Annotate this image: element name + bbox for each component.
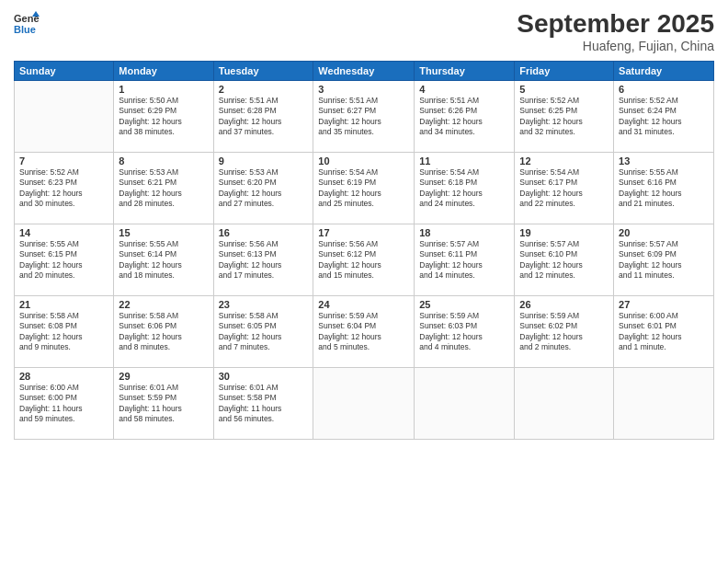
table-row [614,368,714,440]
day-number: 6 [619,84,709,95]
day-number: 20 [619,227,709,238]
header-tuesday: Tuesday [213,62,313,81]
day-number: 25 [419,299,509,310]
table-row: 19Sunrise: 5:57 AM Sunset: 6:10 PM Dayli… [515,224,614,296]
day-info: Sunrise: 5:54 AM Sunset: 6:19 PM Dayligh… [318,167,409,210]
day-number: 5 [519,84,609,95]
table-row: 26Sunrise: 5:59 AM Sunset: 6:02 PM Dayli… [515,296,614,368]
month-title: September 2025 [517,9,714,39]
weekday-header-row: Sunday Monday Tuesday Wednesday Thursday… [15,62,714,81]
table-row: 18Sunrise: 5:57 AM Sunset: 6:11 PM Dayli… [415,224,515,296]
location: Huafeng, Fujian, China [517,39,714,53]
logo: General Blue [14,9,40,35]
svg-text:Blue: Blue [14,24,36,35]
day-info: Sunrise: 5:59 AM Sunset: 6:04 PM Dayligh… [318,311,409,353]
header-thursday: Thursday [415,62,515,81]
table-row: 10Sunrise: 5:54 AM Sunset: 6:19 PM Dayli… [313,153,415,224]
table-row: 14Sunrise: 5:55 AM Sunset: 6:15 PM Dayli… [15,224,114,296]
day-number: 24 [318,299,409,310]
table-row [313,368,415,440]
day-info: Sunrise: 5:52 AM Sunset: 6:25 PM Dayligh… [519,96,609,138]
calendar-table: Sunday Monday Tuesday Wednesday Thursday… [14,61,714,440]
table-row: 24Sunrise: 5:59 AM Sunset: 6:04 PM Dayli… [313,296,415,368]
day-number: 19 [519,227,609,238]
table-row: 29Sunrise: 6:01 AM Sunset: 5:59 PM Dayli… [114,368,213,440]
day-info: Sunrise: 5:54 AM Sunset: 6:18 PM Dayligh… [419,167,509,210]
day-info: Sunrise: 5:57 AM Sunset: 6:09 PM Dayligh… [619,239,709,282]
calendar-week-row: 14Sunrise: 5:55 AM Sunset: 6:15 PM Dayli… [15,224,714,296]
calendar-week-row: 21Sunrise: 5:58 AM Sunset: 6:08 PM Dayli… [15,296,714,368]
day-number: 18 [419,227,509,238]
day-info: Sunrise: 5:53 AM Sunset: 6:20 PM Dayligh… [219,167,309,210]
day-info: Sunrise: 5:56 AM Sunset: 6:12 PM Dayligh… [318,239,409,282]
table-row: 8Sunrise: 5:53 AM Sunset: 6:21 PM Daylig… [114,153,213,224]
header-sunday: Sunday [15,62,114,81]
table-row: 2Sunrise: 5:51 AM Sunset: 6:28 PM Daylig… [213,81,313,153]
day-number: 9 [219,155,309,167]
day-number: 23 [219,299,309,310]
table-row: 30Sunrise: 6:01 AM Sunset: 5:58 PM Dayli… [213,368,313,440]
table-row: 17Sunrise: 5:56 AM Sunset: 6:12 PM Dayli… [313,224,415,296]
day-number: 15 [119,227,208,238]
table-row: 21Sunrise: 5:58 AM Sunset: 6:08 PM Dayli… [15,296,114,368]
table-row: 25Sunrise: 5:59 AM Sunset: 6:03 PM Dayli… [415,296,515,368]
table-row: 16Sunrise: 5:56 AM Sunset: 6:13 PM Dayli… [213,224,313,296]
day-number: 1 [119,84,208,95]
day-number: 8 [119,155,208,167]
table-row: 4Sunrise: 5:51 AM Sunset: 6:26 PM Daylig… [415,81,515,153]
table-row: 6Sunrise: 5:52 AM Sunset: 6:24 PM Daylig… [614,81,714,153]
day-info: Sunrise: 5:58 AM Sunset: 6:06 PM Dayligh… [119,311,208,353]
calendar-week-row: 7Sunrise: 5:52 AM Sunset: 6:23 PM Daylig… [15,153,714,224]
day-info: Sunrise: 5:58 AM Sunset: 6:08 PM Dayligh… [19,311,108,353]
day-info: Sunrise: 5:51 AM Sunset: 6:26 PM Dayligh… [419,96,509,138]
day-info: Sunrise: 5:57 AM Sunset: 6:11 PM Dayligh… [419,239,509,282]
day-number: 14 [19,227,108,238]
day-info: Sunrise: 5:59 AM Sunset: 6:02 PM Dayligh… [519,311,609,353]
header-saturday: Saturday [614,62,714,81]
day-number: 2 [219,84,309,95]
table-row: 7Sunrise: 5:52 AM Sunset: 6:23 PM Daylig… [15,153,114,224]
day-info: Sunrise: 6:00 AM Sunset: 6:01 PM Dayligh… [619,311,709,353]
day-number: 27 [619,299,709,310]
table-row [515,368,614,440]
table-row [15,81,114,153]
table-row: 20Sunrise: 5:57 AM Sunset: 6:09 PM Dayli… [614,224,714,296]
logo-icon: General Blue [14,9,40,35]
table-row: 13Sunrise: 5:55 AM Sunset: 6:16 PM Dayli… [614,153,714,224]
table-row: 23Sunrise: 5:58 AM Sunset: 6:05 PM Dayli… [213,296,313,368]
table-row: 28Sunrise: 6:00 AM Sunset: 6:00 PM Dayli… [15,368,114,440]
day-info: Sunrise: 5:50 AM Sunset: 6:29 PM Dayligh… [119,96,208,138]
day-number: 21 [19,299,108,310]
day-info: Sunrise: 5:51 AM Sunset: 6:27 PM Dayligh… [318,96,409,138]
table-row: 9Sunrise: 5:53 AM Sunset: 6:20 PM Daylig… [213,153,313,224]
day-info: Sunrise: 5:57 AM Sunset: 6:10 PM Dayligh… [519,239,609,282]
day-number: 11 [419,155,509,167]
header-monday: Monday [114,62,213,81]
day-number: 12 [519,155,609,167]
day-info: Sunrise: 5:52 AM Sunset: 6:24 PM Dayligh… [619,96,709,138]
day-info: Sunrise: 5:52 AM Sunset: 6:23 PM Dayligh… [19,167,108,210]
day-number: 7 [19,155,108,167]
day-number: 13 [619,155,709,167]
day-info: Sunrise: 5:53 AM Sunset: 6:21 PM Dayligh… [119,167,208,210]
day-number: 4 [419,84,509,95]
day-info: Sunrise: 5:51 AM Sunset: 6:28 PM Dayligh… [219,96,309,138]
calendar-week-row: 28Sunrise: 6:00 AM Sunset: 6:00 PM Dayli… [15,368,714,440]
day-number: 29 [119,371,208,382]
page-header: General Blue September 2025 Huafeng, Fuj… [14,9,714,53]
day-info: Sunrise: 5:55 AM Sunset: 6:14 PM Dayligh… [119,239,208,282]
day-number: 16 [219,227,309,238]
day-number: 22 [119,299,208,310]
day-number: 26 [519,299,609,310]
table-row: 15Sunrise: 5:55 AM Sunset: 6:14 PM Dayli… [114,224,213,296]
calendar-week-row: 1Sunrise: 5:50 AM Sunset: 6:29 PM Daylig… [15,81,714,153]
table-row: 5Sunrise: 5:52 AM Sunset: 6:25 PM Daylig… [515,81,614,153]
day-info: Sunrise: 5:58 AM Sunset: 6:05 PM Dayligh… [219,311,309,353]
day-number: 30 [219,371,309,382]
table-row: 11Sunrise: 5:54 AM Sunset: 6:18 PM Dayli… [415,153,515,224]
day-info: Sunrise: 5:55 AM Sunset: 6:16 PM Dayligh… [619,167,709,210]
day-info: Sunrise: 5:59 AM Sunset: 6:03 PM Dayligh… [419,311,509,353]
day-info: Sunrise: 5:54 AM Sunset: 6:17 PM Dayligh… [519,167,609,210]
table-row: 22Sunrise: 5:58 AM Sunset: 6:06 PM Dayli… [114,296,213,368]
table-row: 12Sunrise: 5:54 AM Sunset: 6:17 PM Dayli… [515,153,614,224]
